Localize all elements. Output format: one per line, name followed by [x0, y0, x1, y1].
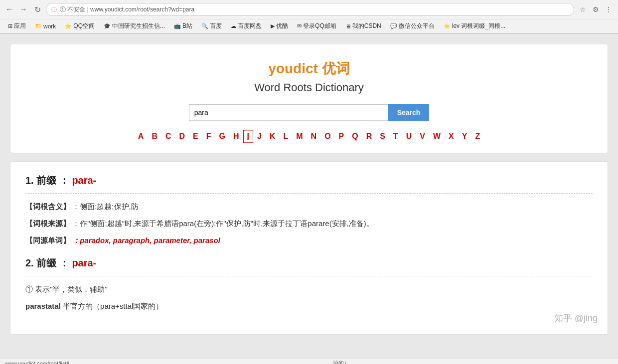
nav-icons: ☆ ⚙ ⋮: [577, 4, 614, 15]
bookmark-youku[interactable]: ▶ 优酷: [267, 21, 292, 31]
alpha-Y[interactable]: Y: [458, 130, 471, 143]
entry-1-related-words: ：paradox, paragraph, parameter, parasol: [72, 236, 220, 244]
baidu-icon: 🔍: [201, 23, 208, 29]
alpha-O[interactable]: O: [320, 130, 334, 143]
entry-1-divider: [25, 193, 593, 194]
entry-1-meaning-label: 【词根含义】: [25, 202, 70, 211]
entry-1: 1. 前缀 ： para- 【词根含义】 ：侧面;超越;保护,防 【词根来源】 …: [25, 174, 593, 246]
status-url: www.youdict.com/root/list/i: [5, 361, 69, 364]
alpha-R[interactable]: R: [362, 130, 376, 143]
address-bar[interactable]: ⓘ ① 不安全 | www.youdict.com/root/search?wd…: [46, 3, 574, 16]
alpha-T[interactable]: T: [389, 130, 402, 143]
alpha-G[interactable]: G: [215, 130, 229, 143]
page-wrapper: youdict 优词 Word Roots Dictionary Search …: [0, 34, 618, 358]
menu-button[interactable]: ⋮: [603, 4, 614, 15]
bookmark-star-button[interactable]: ☆: [577, 4, 588, 15]
apps-icon: ⊞: [8, 23, 12, 29]
alpha-W[interactable]: W: [429, 130, 445, 143]
bookmark-qq[interactable]: ⭐ QQ空间: [61, 21, 99, 31]
bookmark-work[interactable]: 📁 work: [31, 22, 60, 31]
entry-2-colon: ：: [59, 257, 69, 268]
bookmark-wechat[interactable]: 💬 微信公众平台: [386, 21, 439, 31]
entry-1-word: para-: [72, 175, 96, 186]
bookmark-baidu[interactable]: 🔍 百度: [197, 21, 226, 31]
alpha-Q[interactable]: Q: [348, 130, 362, 143]
bookmark-lev[interactable]: ⭐ lev 词根词缀_同根...: [440, 21, 509, 31]
alpha-D[interactable]: D: [175, 130, 189, 143]
alpha-X[interactable]: X: [445, 130, 458, 143]
entry-2-divider: [25, 276, 593, 276]
alpha-E[interactable]: E: [189, 130, 202, 143]
bookmark-bilibili[interactable]: 📺 B站: [170, 21, 196, 31]
alpha-M[interactable]: M: [292, 130, 307, 143]
alpha-S[interactable]: S: [376, 130, 389, 143]
alpha-B[interactable]: B: [148, 130, 161, 143]
bookmark-csdn-label: 我的CSDN: [352, 22, 381, 30]
bookmark-baidu-label: 百度: [210, 22, 222, 30]
site-subtitle-text: Word Roots Dictionary: [254, 81, 364, 94]
alpha-N[interactable]: N: [307, 130, 321, 143]
back-button[interactable]: ←: [4, 4, 15, 15]
bookmark-lev-label: lev 词根词缀_同根...: [452, 22, 505, 30]
entry-2-example: parastatal 半官方的（para+sttal国家的）: [25, 300, 593, 312]
security-icon: ⓘ: [51, 6, 57, 13]
entry-1-origin: 【词根来源】 ：作"侧面;超越"时,来源于希腊语para(在旁);作"保护,防"…: [25, 218, 593, 230]
browser-nav: ← → ↻ ⓘ ① 不安全 | www.youdict.com/root/sea…: [0, 0, 618, 19]
site-title: youdict 优词: [20, 59, 598, 78]
entry-2-word: para-: [72, 257, 96, 268]
browser-chrome: ← → ↻ ⓘ ① 不安全 | www.youdict.com/root/sea…: [0, 0, 618, 34]
search-input[interactable]: [189, 104, 388, 121]
bookmarks-bar: ⊞ 应用 📁 work ⭐ QQ空间 🎓 中国研究生招生信... 📺 B站 🔍 …: [0, 19, 618, 33]
forward-button[interactable]: →: [18, 4, 29, 15]
bookmark-work-label: work: [43, 23, 56, 30]
entry-1-related-label: 【同源单词】: [25, 236, 70, 244]
status-bar: www.youdict.com/root/list/i 治的）: [0, 358, 618, 364]
alpha-H[interactable]: H: [229, 130, 243, 143]
entry-2-sense: ① 表示"半，类似，辅助": [25, 283, 593, 295]
bookmark-grad-label: 中国研究生招生信...: [112, 22, 165, 30]
bookmark-qqmail-label: 登录QQ邮箱: [303, 22, 336, 30]
bookmark-apps-label: 应用: [14, 22, 26, 30]
star-icon: ⭐: [65, 23, 72, 29]
alpha-P[interactable]: P: [335, 130, 348, 143]
site-subtitle: Word Roots Dictionary: [20, 81, 598, 94]
bookmark-qq-label: QQ空间: [73, 22, 95, 30]
alphabet-row: A B C D E F G H I J K L M N O P Q R S T …: [20, 130, 598, 143]
header-card: youdict 优词 Word Roots Dictionary Search …: [10, 44, 608, 153]
bookmark-baiduyun[interactable]: ☁ 百度网盘: [227, 21, 266, 31]
bookmark-apps[interactable]: ⊞ 应用: [4, 21, 30, 31]
entry-1-colon: ：: [59, 175, 69, 186]
alpha-J[interactable]: J: [253, 130, 266, 143]
alpha-V[interactable]: V: [416, 130, 429, 143]
extensions-button[interactable]: ⚙: [590, 4, 601, 15]
alpha-I[interactable]: I: [243, 130, 253, 143]
alpha-Z[interactable]: Z: [471, 130, 484, 143]
watermark: 知乎 @jing: [554, 312, 598, 324]
alpha-A[interactable]: A: [134, 130, 148, 143]
bookmark-grad[interactable]: 🎓 中国研究生招生信...: [100, 21, 169, 31]
youku-icon: ▶: [271, 23, 275, 29]
entry-2-header: 2. 前缀 ： para-: [25, 256, 593, 270]
entry-2: 2. 前缀 ： para- ① 表示"半，类似，辅助" parastatal 半…: [25, 256, 593, 312]
entry-1-header: 1. 前缀 ： para-: [25, 174, 593, 187]
alpha-K[interactable]: K: [266, 130, 280, 143]
entry-2-number: 2.: [25, 257, 36, 268]
watermark-text: 知乎 @jing: [554, 313, 598, 323]
entry-2-example-def: 半官方的（para+sttal国家的）: [63, 302, 163, 310]
site-name-text: youdict 优词: [268, 61, 349, 76]
search-button[interactable]: Search: [388, 104, 430, 121]
alpha-C[interactable]: C: [161, 130, 175, 143]
alpha-U[interactable]: U: [402, 130, 416, 143]
alpha-L[interactable]: L: [279, 130, 292, 143]
entry-1-meaning: 【词根含义】 ：侧面;超越;保护,防: [25, 201, 593, 213]
mail-icon: ✉: [297, 23, 302, 29]
grad-icon: 🎓: [104, 23, 111, 29]
csdn-icon: 🖥: [345, 23, 351, 29]
entry-2-type: 前缀: [36, 257, 56, 268]
bookmark-csdn[interactable]: 🖥 我的CSDN: [341, 21, 385, 31]
bookmark-qqmail[interactable]: ✉ 登录QQ邮箱: [293, 21, 340, 31]
search-row: Search: [20, 104, 598, 121]
bilibili-icon: 📺: [174, 23, 181, 29]
alpha-F[interactable]: F: [202, 130, 215, 143]
reload-button[interactable]: ↻: [32, 4, 43, 15]
